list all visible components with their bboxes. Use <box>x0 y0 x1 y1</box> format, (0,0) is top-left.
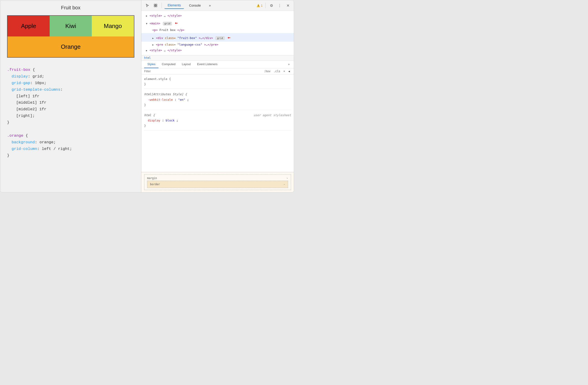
box-border-row: border - <box>150 183 285 186</box>
css-rules: element.style { } html[Attributes Style]… <box>141 74 294 172</box>
box-model-inner: border - <box>147 181 288 188</box>
svg-rect-1 <box>156 4 157 5</box>
inspect-box-icon[interactable] <box>152 2 159 9</box>
svg-rect-3 <box>156 6 157 7</box>
tab-event-listeners[interactable]: Event Listeners <box>194 61 221 68</box>
tab-more[interactable]: » <box>206 2 214 9</box>
dom-triangle[interactable]: ▶ <box>146 15 147 17</box>
close-icon[interactable]: ✕ <box>285 2 291 9</box>
dom-line-p[interactable]: <p> Fruit box </p> <box>141 27 294 33</box>
dom-line-style2[interactable]: ▶ <style> … </style> <box>141 47 294 53</box>
svg-rect-2 <box>154 6 155 7</box>
filter-input[interactable] <box>144 69 261 73</box>
tab-layout[interactable]: Layout <box>179 61 194 68</box>
dom-triangle-main[interactable]: ▼ <box>146 22 147 25</box>
warning-count: 1 <box>261 4 263 7</box>
html-breadcrumb[interactable]: html <box>141 55 294 61</box>
css-rule-html-attr: html[Attributes Style] { -webkit-locale … <box>144 92 291 109</box>
left-panel: Fruit box Apple Kiwi Mango Orange .fruit… <box>0 0 141 192</box>
fruit-apple: Apple <box>7 16 50 37</box>
warning-icon: ⚠️ <box>256 4 260 7</box>
tab-console[interactable]: Console <box>186 2 204 9</box>
tab-more-styles[interactable]: » <box>287 61 291 68</box>
css-rule-html-ua: html { user agent stylesheet display : b… <box>144 112 291 130</box>
fruit-mango: Mango <box>92 16 134 37</box>
red-arrow-div: ← <box>228 35 231 40</box>
dom-triangle-style2[interactable]: ▶ <box>146 49 147 52</box>
devtools-toolbar: Elements Console » ⚠️ 1 ⚙ ⋮ ✕ <box>141 0 294 11</box>
dom-tree: ▶ <style> … </style> ▼ <main> grid ← <p>… <box>141 11 294 55</box>
more-icon[interactable]: ⋮ <box>276 2 283 9</box>
dom-triangle-div[interactable]: ▶ <box>152 37 154 39</box>
dom-badge-grid: grid <box>163 22 172 25</box>
red-arrow-main: ← <box>175 20 178 25</box>
filter-bar: :hov .cls + ◀ <box>141 68 294 74</box>
fruit-kiwi: Kiwi <box>50 16 92 37</box>
fruit-grid: Apple Kiwi Mango Orange <box>7 15 134 58</box>
warning-badge: ⚠️ 1 <box>256 4 263 7</box>
filter-actions: :hov .cls + ◀ <box>263 69 291 73</box>
add-rule-button[interactable]: + <box>282 69 286 73</box>
box-margin-row: margin - <box>147 176 288 180</box>
box-model-area: margin - border - <box>141 172 294 192</box>
tab-elements[interactable]: Elements <box>165 2 184 9</box>
dom-line-div-fruitbox[interactable]: ▶ <div class= "fruit-box" >…</div> grid … <box>141 33 294 42</box>
toolbar-divider-2 <box>265 3 266 8</box>
settings-icon[interactable]: ⚙ <box>268 2 275 9</box>
cursor-icon[interactable] <box>144 2 150 9</box>
dom-line-pre[interactable]: ▶ <pre class= "language-css" >…</pre> <box>141 42 294 47</box>
devtools-panel: Elements Console » ⚠️ 1 ⚙ ⋮ ✕ ▶ <style> … <box>141 0 294 192</box>
box-model-outer: margin - border - <box>144 174 291 190</box>
styles-tabs: Styles Computed Layout Event Listeners » <box>141 61 294 68</box>
toggle-sidebar-button[interactable]: ◀ <box>287 69 291 73</box>
page-title: Fruit box <box>7 5 134 11</box>
dom-line-style1[interactable]: ▶ <style> … </style> <box>141 13 294 19</box>
dom-line-main[interactable]: ▼ <main> grid ← <box>141 19 294 27</box>
dom-badge-grid2: grid <box>216 37 225 40</box>
dom-triangle-pre[interactable]: ▶ <box>152 43 154 46</box>
svg-rect-0 <box>154 4 155 5</box>
fruit-orange: Orange <box>7 37 134 57</box>
css-rule-element-style: element.style { } <box>144 76 291 89</box>
code-block: .fruit-box { display: grid; grid-gap: 10… <box>7 64 134 161</box>
cls-button[interactable]: .cls <box>273 69 281 73</box>
tab-computed[interactable]: Computed <box>159 61 179 68</box>
hov-button[interactable]: :hov <box>263 69 272 73</box>
tab-styles[interactable]: Styles <box>144 61 159 68</box>
